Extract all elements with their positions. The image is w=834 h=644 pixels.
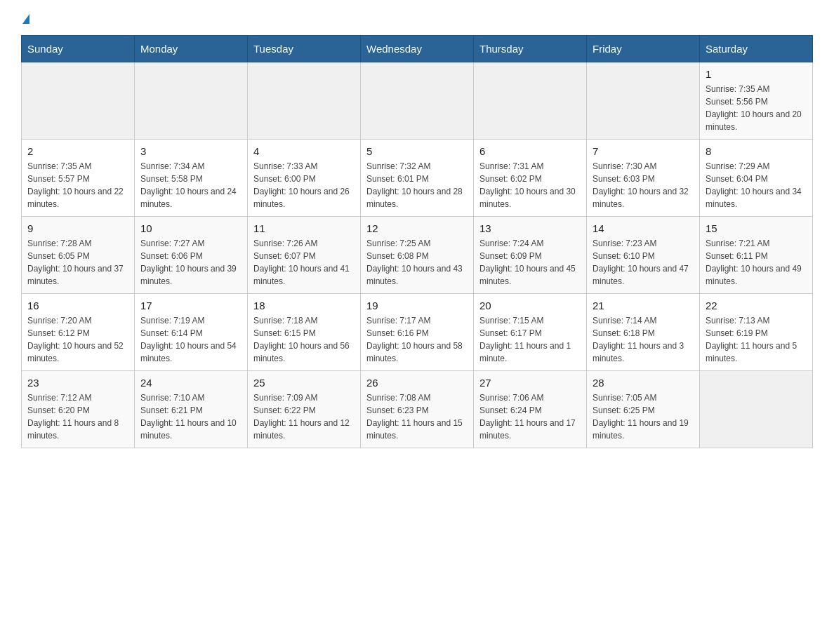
day-info: Sunrise: 7:18 AM Sunset: 6:15 PM Dayligh… [253, 314, 355, 365]
calendar-cell: 21Sunrise: 7:14 AM Sunset: 6:18 PM Dayli… [587, 294, 700, 371]
day-number: 10 [140, 222, 241, 234]
calendar-cell: 24Sunrise: 7:10 AM Sunset: 6:21 PM Dayli… [135, 371, 248, 448]
logo [21, 14, 29, 24]
calendar-cell: 4Sunrise: 7:33 AM Sunset: 6:00 PM Daylig… [248, 140, 361, 217]
header-cell-monday: Monday [135, 36, 248, 62]
calendar-cell [22, 62, 135, 140]
calendar-cell: 12Sunrise: 7:25 AM Sunset: 6:08 PM Dayli… [361, 217, 474, 294]
calendar-cell: 5Sunrise: 7:32 AM Sunset: 6:01 PM Daylig… [361, 140, 474, 217]
day-info: Sunrise: 7:32 AM Sunset: 6:01 PM Dayligh… [366, 160, 468, 210]
day-number: 1 [706, 68, 807, 80]
calendar-cell: 7Sunrise: 7:30 AM Sunset: 6:03 PM Daylig… [587, 140, 700, 217]
day-number: 15 [706, 222, 807, 234]
day-info: Sunrise: 7:05 AM Sunset: 6:25 PM Dayligh… [593, 391, 694, 442]
calendar-header-row: SundayMondayTuesdayWednesdayThursdayFrid… [22, 36, 813, 62]
day-info: Sunrise: 7:26 AM Sunset: 6:07 PM Dayligh… [253, 237, 355, 288]
calendar-cell [135, 62, 248, 140]
day-info: Sunrise: 7:06 AM Sunset: 6:24 PM Dayligh… [479, 391, 581, 442]
calendar-cell: 26Sunrise: 7:08 AM Sunset: 6:23 PM Dayli… [361, 371, 474, 448]
calendar-cell: 13Sunrise: 7:24 AM Sunset: 6:09 PM Dayli… [474, 217, 587, 294]
day-number: 19 [366, 300, 468, 311]
calendar-cell: 14Sunrise: 7:23 AM Sunset: 6:10 PM Dayli… [587, 217, 700, 294]
day-info: Sunrise: 7:14 AM Sunset: 6:18 PM Dayligh… [593, 314, 694, 365]
day-info: Sunrise: 7:31 AM Sunset: 6:02 PM Dayligh… [479, 160, 581, 210]
day-number: 26 [366, 377, 468, 389]
header-cell-friday: Friday [587, 36, 700, 62]
day-info: Sunrise: 7:13 AM Sunset: 6:19 PM Dayligh… [706, 314, 807, 365]
day-number: 9 [27, 222, 128, 234]
day-info: Sunrise: 7:33 AM Sunset: 6:00 PM Dayligh… [253, 160, 355, 210]
calendar-cell: 27Sunrise: 7:06 AM Sunset: 6:24 PM Dayli… [474, 371, 587, 448]
day-number: 24 [140, 377, 241, 389]
day-number: 27 [479, 377, 581, 389]
day-number: 11 [253, 222, 355, 234]
day-number: 17 [140, 300, 241, 311]
day-info: Sunrise: 7:19 AM Sunset: 6:14 PM Dayligh… [140, 314, 241, 365]
day-number: 23 [27, 377, 128, 389]
day-info: Sunrise: 7:10 AM Sunset: 6:21 PM Dayligh… [140, 391, 241, 442]
day-info: Sunrise: 7:35 AM Sunset: 5:56 PM Dayligh… [706, 83, 807, 133]
calendar-cell: 1Sunrise: 7:35 AM Sunset: 5:56 PM Daylig… [700, 62, 813, 140]
header-cell-thursday: Thursday [474, 36, 587, 62]
day-number: 18 [253, 300, 355, 311]
calendar-cell: 6Sunrise: 7:31 AM Sunset: 6:02 PM Daylig… [474, 140, 587, 217]
day-number: 25 [253, 377, 355, 389]
calendar-cell [587, 62, 700, 140]
calendar-cell [248, 62, 361, 140]
day-info: Sunrise: 7:15 AM Sunset: 6:17 PM Dayligh… [479, 314, 581, 365]
calendar-cell: 17Sunrise: 7:19 AM Sunset: 6:14 PM Dayli… [135, 294, 248, 371]
calendar-cell: 25Sunrise: 7:09 AM Sunset: 6:22 PM Dayli… [248, 371, 361, 448]
day-info: Sunrise: 7:17 AM Sunset: 6:16 PM Dayligh… [366, 314, 468, 365]
day-info: Sunrise: 7:25 AM Sunset: 6:08 PM Dayligh… [366, 237, 468, 288]
calendar-table: SundayMondayTuesdayWednesdayThursdayFrid… [21, 35, 813, 448]
day-number: 3 [140, 145, 241, 157]
calendar-cell: 15Sunrise: 7:21 AM Sunset: 6:11 PM Dayli… [700, 217, 813, 294]
calendar-cell: 20Sunrise: 7:15 AM Sunset: 6:17 PM Dayli… [474, 294, 587, 371]
day-number: 22 [706, 300, 807, 311]
day-number: 2 [27, 145, 128, 157]
logo-triangle-icon [22, 14, 29, 24]
day-number: 16 [27, 300, 128, 311]
day-info: Sunrise: 7:30 AM Sunset: 6:03 PM Dayligh… [593, 160, 694, 210]
day-info: Sunrise: 7:09 AM Sunset: 6:22 PM Dayligh… [253, 391, 355, 442]
calendar-week-row: 1Sunrise: 7:35 AM Sunset: 5:56 PM Daylig… [22, 62, 813, 140]
calendar-cell: 28Sunrise: 7:05 AM Sunset: 6:25 PM Dayli… [587, 371, 700, 448]
calendar-cell [361, 62, 474, 140]
day-info: Sunrise: 7:29 AM Sunset: 6:04 PM Dayligh… [706, 160, 807, 210]
calendar-cell: 2Sunrise: 7:35 AM Sunset: 5:57 PM Daylig… [22, 140, 135, 217]
calendar-cell: 11Sunrise: 7:26 AM Sunset: 6:07 PM Dayli… [248, 217, 361, 294]
day-info: Sunrise: 7:24 AM Sunset: 6:09 PM Dayligh… [479, 237, 581, 288]
calendar-cell [474, 62, 587, 140]
page-header [21, 14, 813, 24]
day-info: Sunrise: 7:23 AM Sunset: 6:10 PM Dayligh… [593, 237, 694, 288]
day-number: 13 [479, 222, 581, 234]
calendar-week-row: 2Sunrise: 7:35 AM Sunset: 5:57 PM Daylig… [22, 140, 813, 217]
calendar-cell: 16Sunrise: 7:20 AM Sunset: 6:12 PM Dayli… [22, 294, 135, 371]
day-info: Sunrise: 7:20 AM Sunset: 6:12 PM Dayligh… [27, 314, 128, 365]
calendar-cell: 18Sunrise: 7:18 AM Sunset: 6:15 PM Dayli… [248, 294, 361, 371]
day-info: Sunrise: 7:27 AM Sunset: 6:06 PM Dayligh… [140, 237, 241, 288]
day-number: 28 [593, 377, 694, 389]
day-number: 12 [366, 222, 468, 234]
calendar-cell: 10Sunrise: 7:27 AM Sunset: 6:06 PM Dayli… [135, 217, 248, 294]
day-info: Sunrise: 7:35 AM Sunset: 5:57 PM Dayligh… [27, 160, 128, 210]
day-number: 8 [706, 145, 807, 157]
day-number: 6 [479, 145, 581, 157]
calendar-cell: 8Sunrise: 7:29 AM Sunset: 6:04 PM Daylig… [700, 140, 813, 217]
day-number: 5 [366, 145, 468, 157]
day-info: Sunrise: 7:12 AM Sunset: 6:20 PM Dayligh… [27, 391, 128, 442]
day-number: 21 [593, 300, 694, 311]
day-info: Sunrise: 7:08 AM Sunset: 6:23 PM Dayligh… [366, 391, 468, 442]
day-number: 7 [593, 145, 694, 157]
day-number: 4 [253, 145, 355, 157]
header-cell-wednesday: Wednesday [361, 36, 474, 62]
day-info: Sunrise: 7:28 AM Sunset: 6:05 PM Dayligh… [27, 237, 128, 288]
calendar-cell: 19Sunrise: 7:17 AM Sunset: 6:16 PM Dayli… [361, 294, 474, 371]
calendar-cell [700, 371, 813, 448]
calendar-cell: 22Sunrise: 7:13 AM Sunset: 6:19 PM Dayli… [700, 294, 813, 371]
day-info: Sunrise: 7:34 AM Sunset: 5:58 PM Dayligh… [140, 160, 241, 210]
header-cell-saturday: Saturday [700, 36, 813, 62]
header-cell-sunday: Sunday [22, 36, 135, 62]
calendar-cell: 23Sunrise: 7:12 AM Sunset: 6:20 PM Dayli… [22, 371, 135, 448]
day-info: Sunrise: 7:21 AM Sunset: 6:11 PM Dayligh… [706, 237, 807, 288]
